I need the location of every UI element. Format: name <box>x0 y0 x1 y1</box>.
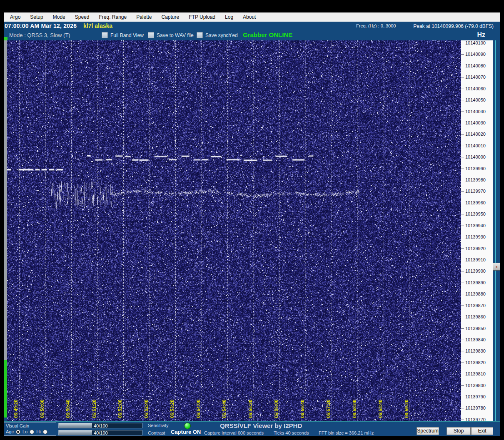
capture-status: Capture ON <box>171 429 201 435</box>
freq-label: 10139920 <box>465 246 486 251</box>
radio-agc[interactable] <box>16 430 20 434</box>
freq-label: 10140080 <box>465 63 486 68</box>
meter-top-indicator <box>4 37 7 40</box>
freq-label: 10140060 <box>465 86 486 91</box>
radio-label-hi: Hi <box>36 429 40 434</box>
mode-bar: Mode : QRSS 3, Slow (T) Grabber ONLINE H… <box>4 30 500 40</box>
fft-bin-label: FFT bin size = 366.21 mHz <box>319 430 374 435</box>
frequency-scrollbar-thumb[interactable] <box>493 263 500 271</box>
scale-edge-line <box>495 40 496 421</box>
checkbox-unchecked[interactable] <box>102 32 108 38</box>
freq-tick <box>461 203 464 203</box>
freq-tick <box>461 237 464 237</box>
freq-tick <box>461 89 464 89</box>
hz-unit-label: Hz <box>477 31 485 39</box>
freq-label: 10140010 <box>465 143 486 148</box>
checkbox-label: Save to WAV file <box>157 32 194 38</box>
menu-item-palette[interactable]: Palette <box>133 14 158 20</box>
checkbox-group-save-to-wav-file[interactable]: Save to WAV file <box>148 32 194 38</box>
capture-interval-label: Capture interval 600 seconds <box>204 430 264 435</box>
app-title: QRSS/VLF Viewer by I2PHD <box>220 422 302 429</box>
freq-label: 10140030 <box>465 120 486 125</box>
freq-tick <box>461 54 464 55</box>
gain-radio-row: AgcLoHi <box>6 429 47 434</box>
menu-item-capture[interactable]: Capture <box>158 14 186 20</box>
freq-label: 10139790 <box>465 394 486 399</box>
freq-label: 10139800 <box>465 383 486 388</box>
contrast-slider-value: 40/100 <box>94 430 108 435</box>
freq-tick <box>461 351 464 351</box>
level-meter-track <box>4 40 7 360</box>
freq-tick <box>461 283 464 283</box>
menu-item-setup[interactable]: Setup <box>27 14 49 20</box>
menu-item-ftp-upload[interactable]: FTP Upload <box>185 14 222 20</box>
freq-label: 10139870 <box>465 303 486 308</box>
freq-tick <box>461 306 464 306</box>
freq-tick <box>461 271 464 271</box>
freq-label: 10139940 <box>465 223 486 228</box>
freq-label: 10140040 <box>465 109 486 114</box>
waterfall-display <box>7 40 461 421</box>
radio-hi[interactable] <box>43 430 47 434</box>
freq-label: 10140050 <box>465 97 486 102</box>
checkbox-group-save-synch-ed[interactable]: Save synch'ed <box>197 32 238 38</box>
freq-tick <box>461 397 464 397</box>
freq-label: 10139910 <box>465 257 486 262</box>
menu-item-argo[interactable]: Argo <box>7 14 27 20</box>
freq-tick <box>461 134 464 134</box>
freq-tick <box>461 169 464 169</box>
menu-bar: ArgoSetupModeSpeedFreq. RangePaletteCapt… <box>4 12 500 22</box>
freq-label: 10139780 <box>465 405 486 410</box>
freq-tick <box>461 317 464 317</box>
freq-label: 10139960 <box>465 200 486 205</box>
checkbox-label: Full Band View <box>110 32 144 38</box>
freq-tick <box>461 374 464 374</box>
radio-label-lo: Lo <box>22 429 27 434</box>
freq-tick <box>461 260 464 260</box>
sensitivity-slider[interactable]: 40/100 <box>58 423 142 428</box>
menu-item-freq-range[interactable]: Freq. Range <box>95 14 133 20</box>
freq-label: 10139980 <box>465 177 486 182</box>
level-meter-fill <box>4 360 7 418</box>
menu-item-log[interactable]: Log <box>222 14 240 20</box>
freq-label: 10139990 <box>465 166 486 171</box>
freq-tick <box>461 226 464 226</box>
sensitivity-slider-value: 40/100 <box>94 423 108 428</box>
freq-label: 10139890 <box>465 280 486 285</box>
freq-tick <box>461 214 464 214</box>
freq-range-label: Freq. (Hz) : 0..3000 <box>356 23 396 28</box>
freq-tick <box>461 43 464 43</box>
freq-tick <box>461 100 464 100</box>
freq-label: 10139810 <box>465 371 486 376</box>
freq-tick <box>461 66 464 66</box>
freq-tick <box>461 191 464 191</box>
freq-tick <box>461 123 464 123</box>
freq-label: 10140000 <box>465 154 486 159</box>
contrast-slider-fill <box>59 430 92 435</box>
checkbox-unchecked[interactable] <box>197 32 203 38</box>
clock-date: 07:00:00 AM Mar 12, 2026 <box>5 22 77 29</box>
menu-item-mode[interactable]: Mode <box>50 14 72 20</box>
menu-item-about[interactable]: About <box>240 14 262 20</box>
visual-gain-label: Visual Gain <box>6 423 29 428</box>
capture-led-icon <box>184 423 191 429</box>
checkbox-label: Save synch'ed <box>205 32 238 38</box>
spectrum-button[interactable]: Spectrum <box>417 427 439 435</box>
menu-item-speed[interactable]: Speed <box>72 14 96 20</box>
freq-label: 10139970 <box>465 189 486 194</box>
freq-label: 10140100 <box>465 40 486 45</box>
radio-label-agc: Agc <box>6 429 14 434</box>
mode-label: Mode : QRSS 3, Slow (T) <box>9 32 70 38</box>
exit-button[interactable]: Exit <box>471 427 493 435</box>
freq-label: 10140070 <box>465 75 486 80</box>
radio-lo[interactable] <box>30 430 34 434</box>
contrast-label: Contrast <box>148 430 165 435</box>
callsign-label: kl7l alaska <box>83 22 112 29</box>
sensitivity-label: Sensitivity <box>148 423 169 428</box>
checkbox-unchecked[interactable] <box>148 32 154 38</box>
checkbox-group-full-band-view[interactable]: Full Band View <box>102 32 144 38</box>
stop-button[interactable]: Stop <box>447 427 471 435</box>
freq-tick <box>461 363 464 363</box>
freq-label: 10139950 <box>465 211 486 216</box>
contrast-slider[interactable]: 40/100 <box>58 430 142 435</box>
